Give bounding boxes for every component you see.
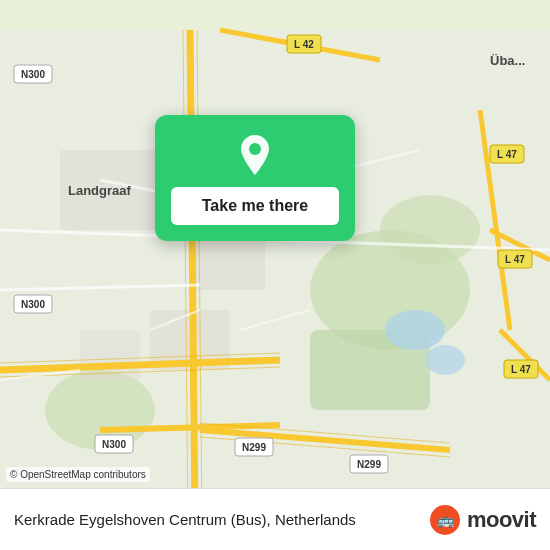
location-pin-icon <box>233 133 277 177</box>
svg-point-2 <box>380 195 480 265</box>
svg-text:L 42: L 42 <box>294 39 314 50</box>
svg-text:🚌: 🚌 <box>436 512 454 529</box>
attribution-text: © OpenStreetMap contributors <box>10 469 146 480</box>
svg-text:Üba...: Üba... <box>490 53 525 68</box>
popup-card: Take me there <box>155 115 355 241</box>
svg-text:N300: N300 <box>21 299 45 310</box>
svg-text:N300: N300 <box>21 69 45 80</box>
moovit-logo: 🚌 moovit <box>429 504 536 536</box>
svg-text:L 47: L 47 <box>505 254 525 265</box>
osm-attribution: © OpenStreetMap contributors <box>6 467 150 482</box>
map-container: N300 N300 N300 N299 N299 L 42 L 47 L 47 … <box>0 0 550 550</box>
svg-point-5 <box>385 310 445 350</box>
take-me-there-button[interactable]: Take me there <box>171 187 339 225</box>
svg-text:N299: N299 <box>242 442 266 453</box>
svg-text:L 47: L 47 <box>511 364 531 375</box>
svg-text:N300: N300 <box>102 439 126 450</box>
bottom-bar: Kerkrade Eygelshoven Centrum (Bus), Neth… <box>0 488 550 550</box>
svg-text:N299: N299 <box>357 459 381 470</box>
location-text: Kerkrade Eygelshoven Centrum (Bus), Neth… <box>14 511 429 528</box>
svg-point-32 <box>249 143 261 155</box>
moovit-logo-text: moovit <box>467 507 536 533</box>
moovit-bus-icon: 🚌 <box>429 504 461 536</box>
svg-text:L 47: L 47 <box>497 149 517 160</box>
svg-point-6 <box>425 345 465 375</box>
svg-text:Landgraaf: Landgraaf <box>68 183 132 198</box>
